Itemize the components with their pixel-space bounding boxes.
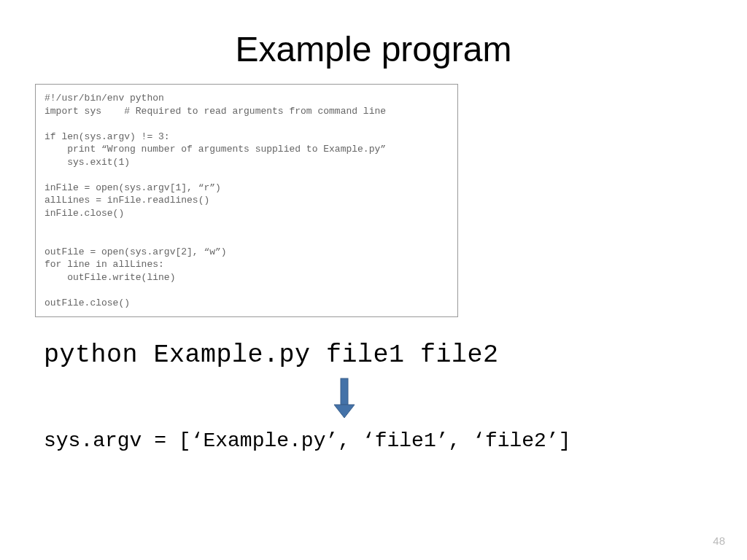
page-number: 48: [713, 534, 725, 547]
command-line-example: python Example.py file1 file2: [44, 341, 747, 370]
slide-title: Example program: [0, 29, 747, 69]
down-arrow-icon: [0, 377, 747, 424]
code-block: #!/usr/bin/env python import sys # Requi…: [35, 84, 458, 317]
argv-result: sys.argv = [‘Example.py’, ‘file1’, ‘file…: [44, 429, 747, 452]
svg-marker-1: [334, 405, 355, 418]
svg-rect-0: [341, 378, 348, 405]
